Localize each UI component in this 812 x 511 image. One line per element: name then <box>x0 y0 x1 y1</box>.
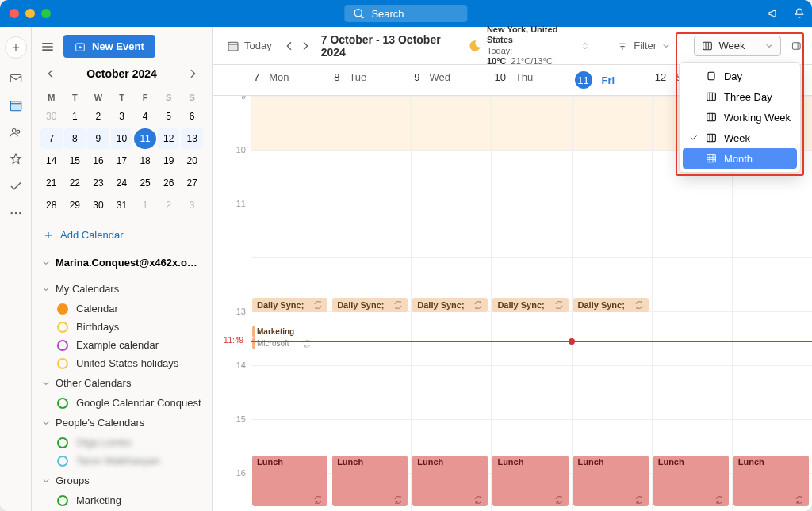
calendar-item[interactable]: United States holidays <box>40 354 204 372</box>
mail-icon[interactable] <box>9 71 23 86</box>
day-header-cell[interactable]: 8Tue <box>331 65 411 95</box>
view-option-working-week[interactable]: Working Week <box>683 107 797 128</box>
mini-cal-day[interactable]: 30 <box>40 106 63 127</box>
today-button[interactable]: Today <box>222 36 277 55</box>
mini-cal-day[interactable]: 20 <box>181 151 203 171</box>
mini-cal-day[interactable]: 26 <box>158 173 180 193</box>
event-lunch[interactable]: Lunch <box>573 456 649 506</box>
calendar-group-header[interactable]: People's Calendars <box>40 412 204 433</box>
view-option-three-day[interactable]: Three Day <box>683 86 797 107</box>
next-month[interactable] <box>186 67 199 80</box>
event-lunch[interactable]: Lunch <box>412 456 488 506</box>
hamburger-icon[interactable] <box>40 39 56 55</box>
mini-cal-day[interactable]: 30 <box>87 195 109 215</box>
notifications-icon[interactable] <box>793 7 806 20</box>
new-event-button[interactable]: New Event <box>63 35 155 58</box>
calendar-swatch <box>57 322 68 333</box>
mini-cal-day[interactable]: 16 <box>87 151 109 171</box>
calendar-group-header[interactable]: Other Calendars <box>40 372 204 394</box>
event-daily-sync[interactable]: Daily Sync; <box>492 298 568 312</box>
event-daily-sync[interactable]: Daily Sync; <box>332 298 408 312</box>
mini-cal-day[interactable]: 15 <box>64 151 86 171</box>
event-lunch[interactable]: Lunch <box>733 456 809 506</box>
mini-cal-day[interactable]: 21 <box>40 173 63 193</box>
mini-cal-day[interactable]: 31 <box>111 195 133 215</box>
mini-cal-day[interactable]: 19 <box>158 151 180 171</box>
mini-cal-day[interactable]: 12 <box>158 128 180 149</box>
calendar-item[interactable]: Birthdays <box>40 318 204 336</box>
more-apps-icon[interactable] <box>9 206 23 220</box>
people-icon[interactable] <box>9 125 23 139</box>
mini-cal-day[interactable]: 3 <box>111 106 133 127</box>
mini-cal-day[interactable]: 22 <box>64 173 86 193</box>
mini-cal-day[interactable]: 4 <box>134 106 156 127</box>
mini-cal-day[interactable]: 11 <box>134 128 156 149</box>
day-header-cell[interactable]: 11Fri <box>572 65 652 95</box>
view-select[interactable]: Week <box>694 36 781 56</box>
event-microsoft[interactable]: Microsoft <box>252 337 314 349</box>
mini-cal-day[interactable]: 24 <box>111 173 133 193</box>
calendar-item[interactable]: Marketing <box>40 491 204 509</box>
calendar-item[interactable]: Calendar <box>40 299 204 318</box>
view-option-week[interactable]: Week <box>683 128 797 148</box>
mini-cal-day[interactable]: 5 <box>158 106 180 127</box>
day-header-cell[interactable]: 9Wed <box>411 65 491 95</box>
day-header-cell[interactable]: 7Mon <box>251 65 331 95</box>
calendar-item-label: Olga Lomko <box>76 437 132 448</box>
maximize-window[interactable] <box>41 9 51 18</box>
mini-cal-day[interactable]: 27 <box>181 173 203 193</box>
mini-cal-day[interactable]: 25 <box>134 173 156 193</box>
mini-cal-day[interactable]: 6 <box>181 106 203 127</box>
mini-cal-day[interactable]: 13 <box>181 128 203 149</box>
event-lunch[interactable]: Lunch <box>332 456 408 506</box>
calendar-group-header[interactable]: My Calendars <box>40 278 204 299</box>
prev-month[interactable] <box>44 67 57 80</box>
mini-cal-day[interactable]: 1 <box>64 106 86 127</box>
calendar-item[interactable]: Example calendar <box>40 336 204 354</box>
calendar-item[interactable]: Google Calendar Conquest <box>40 394 204 412</box>
tasks-icon[interactable] <box>9 179 23 193</box>
compose-button[interactable] <box>5 36 27 59</box>
mini-cal-day[interactable]: 3 <box>181 195 203 215</box>
mini-cal-day[interactable]: 9 <box>87 128 109 149</box>
filter-button[interactable]: Filter <box>611 36 676 55</box>
mini-cal-day[interactable]: 18 <box>134 151 156 171</box>
calendar-icon[interactable] <box>9 98 23 112</box>
toggle-panel-icon[interactable] <box>791 40 802 52</box>
calendar-item[interactable]: Olga Lomko <box>40 433 204 452</box>
favorites-icon[interactable] <box>9 152 23 166</box>
mini-cal-day[interactable]: 14 <box>40 151 63 171</box>
day-header-cell[interactable]: 10Thu <box>491 65 571 95</box>
event-daily-sync[interactable]: Daily Sync; <box>252 298 327 312</box>
close-window[interactable] <box>10 9 19 18</box>
event-daily-sync[interactable]: Daily Sync; <box>412 298 488 312</box>
minimize-window[interactable] <box>25 9 35 18</box>
event-marketing[interactable]: Marketing <box>252 326 314 337</box>
mini-cal-day[interactable]: 17 <box>111 151 133 171</box>
mini-cal-day[interactable]: 2 <box>158 195 180 215</box>
mini-cal-day[interactable]: 2 <box>87 106 109 127</box>
announcements-icon[interactable] <box>768 7 780 20</box>
mini-cal-day[interactable]: 1 <box>134 195 156 215</box>
add-calendar-button[interactable]: Add Calendar <box>40 223 204 247</box>
view-option-month[interactable]: Month <box>683 148 797 169</box>
calendar-group-header[interactable]: Groups <box>40 470 204 491</box>
next-week[interactable] <box>299 40 312 52</box>
mini-cal-day[interactable]: 23 <box>87 173 109 193</box>
mini-cal-day[interactable]: 8 <box>64 128 86 149</box>
event-lunch[interactable]: Lunch <box>653 456 729 506</box>
mini-cal-day[interactable]: 28 <box>40 195 63 215</box>
calendar-item-label: Example calendar <box>76 339 159 351</box>
prev-week[interactable] <box>283 40 296 52</box>
view-option-day[interactable]: Day <box>683 66 797 86</box>
weather-widget[interactable]: New York, United States Today: 10°C 21°C… <box>468 25 590 67</box>
mini-cal-day[interactable]: 29 <box>64 195 86 215</box>
event-lunch[interactable]: Lunch <box>252 456 327 506</box>
event-lunch[interactable]: Lunch <box>492 456 568 506</box>
search-box[interactable]: Search <box>344 5 467 22</box>
mini-cal-day[interactable]: 7 <box>40 128 63 149</box>
event-daily-sync[interactable]: Daily Sync; <box>573 298 649 312</box>
mini-cal-day[interactable]: 10 <box>111 128 133 149</box>
account-row[interactable]: Marina.Conquest@x462x.onmi... <box>40 254 204 272</box>
calendar-item[interactable]: Taron Malkhasyan <box>40 452 204 470</box>
